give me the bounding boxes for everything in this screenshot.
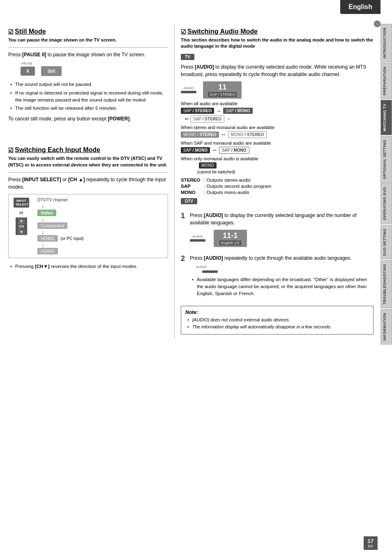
pause-small-label: PAUSE (21, 62, 32, 65)
ch-down: ▼ (18, 229, 25, 235)
step1-content: Press [AUDIO] to display the currently s… (190, 212, 374, 247)
badge-sap-stereo-outline: SAP / STEREO (190, 115, 224, 122)
switching-input-body: Press [INPUT SELECT] or [CH ▲] repeatedl… (8, 176, 168, 191)
arrow-right-1: → (216, 108, 221, 114)
switching-input-subtitle: You can easily switch with the remote co… (8, 155, 168, 168)
tab-watching-tv[interactable]: WATCHING TV (380, 100, 392, 135)
ch-label: CH (17, 224, 26, 229)
tab-information[interactable]: INFORMATION (380, 309, 392, 344)
still-mode-section: ☑Still Mode You can pause the image show… (8, 28, 168, 122)
tab-introduction[interactable]: INTRODUCTION (380, 24, 392, 62)
dtv-badge: DTV (181, 198, 197, 204)
still-mode-title: ☑Still Mode (8, 28, 168, 35)
return-arrow: ↩ (185, 116, 189, 122)
flow-hdmi1: HDMI1 (37, 235, 58, 242)
switching-input-section: ☑Switching Each Input Mode You can easil… (8, 146, 168, 270)
switching-audio-title: ☑Switching Audio Mode (181, 28, 374, 35)
dtv-audio-small-label: AUDIO (192, 235, 203, 238)
flow-channel: DTV/TV channel (37, 198, 67, 202)
step2-content: Press [AUDIO] repeatedly to cycle throug… (190, 254, 374, 298)
flow-mono-only: MONO (181, 162, 374, 169)
badge-sap-mono-outline: SAP / MONO (219, 147, 249, 154)
dtv-audio-display-row: AUDIO 11-1 English 1/3 (190, 230, 374, 247)
switching-input-title: ☑Switching Each Input Mode (8, 146, 168, 154)
badge-mono-stereo-1: MONO / STEREO (181, 132, 219, 138)
spacer (8, 126, 168, 146)
dtv-audio-btn (190, 239, 205, 242)
checkmark-icon-2: ☑ (8, 147, 14, 153)
pause-button-graphic: II (21, 67, 35, 76)
badge-sap-stereo-1: SAP / STEREO (181, 108, 214, 114)
circle-decoration (374, 21, 380, 27)
page-footer: 17 EN (364, 536, 378, 550)
pause-key-label: [PAUSE II] (22, 52, 46, 58)
flow-all-audio: SAP / STEREO → SAP / MONO (181, 108, 374, 114)
note-list: [AUDIO] does not control external audio … (185, 317, 369, 330)
flow-hdmi2: HDMI2 (37, 248, 58, 254)
audio-terms: STEREO : Outputs stereo-audio SAP : Outp… (181, 178, 374, 195)
badge-mono-stereo-outline: MONO / STEREO (228, 131, 267, 138)
tab-troubleshooting[interactable]: TROUBLESHOOTING (380, 260, 392, 308)
note-box: Note: [AUDIO] does not control external … (181, 306, 374, 335)
audio-display-row: AUDIO 11 SAP / STEREO (181, 81, 374, 99)
term-stereo: STEREO : Outputs stereo-audio (181, 178, 374, 182)
badge-sap-mono-dark: SAP / MONO (181, 147, 210, 153)
dtv-bullet-1: Available languages differ depending on … (192, 276, 374, 298)
arrow-lr-2: ↔ (212, 147, 217, 153)
hdmi1-note: (or PC input) (60, 236, 84, 241)
flow-down-arrow-0: ↓ (42, 203, 44, 209)
power-key-label: [POWER] (108, 116, 129, 122)
when-only-mono-text: When only monaural audio is available (181, 156, 374, 161)
note-item-1: [AUDIO] does not control external audio … (187, 317, 369, 323)
checkmark-icon-3: ☑ (181, 28, 186, 35)
cannot-switch-text: (cannot be switched) (197, 170, 374, 174)
still-onscreen-label: Still (48, 69, 55, 74)
tab-dvd-setting[interactable]: DVD SETTING (380, 225, 392, 259)
ch-up: ▲ (18, 217, 25, 224)
tab-operating-dvd[interactable]: OPERATING DVD (380, 183, 392, 224)
tab-bar: INTRODUCTION PREPARATION WATCHING TV OPT… (380, 24, 392, 346)
term-sap: SAP : Outputs second audio program (181, 184, 374, 189)
flow-down-arrow-1: ↓ (42, 216, 44, 222)
dtv-step2-body: Press [AUDIO] repeatedly to cycle throug… (190, 254, 374, 262)
audio-remote-btn (181, 91, 196, 93)
flow-video: Video (37, 210, 56, 216)
return-left-arrow: ← (227, 116, 231, 121)
pause-diagram: PAUSE II Still (8, 62, 168, 76)
en-label: EN (368, 544, 374, 548)
input-bullet-1: Pressing [CH▼] reverses the direction of… (10, 263, 168, 270)
display-sub: SAP / STEREO (208, 92, 237, 97)
dtv-section: 1 Press [AUDIO] to display the currently… (181, 212, 374, 335)
dtv-display-num: 11-1 (219, 231, 241, 240)
input-diagram: INPUTSELECT or ▲ CH ▼ DTV/TV channel ↓ V… (8, 194, 168, 258)
flow-stereo-mono: MONO / STEREO ↔ MONO / STEREO (181, 131, 374, 138)
dtv-bullets: Available languages differ depending on … (190, 276, 374, 298)
tab-optional-setting[interactable]: OPTIONAL SETTING (380, 136, 392, 183)
flow-down-arrow-3: ↓ (42, 242, 44, 248)
input-remote-side: INPUTSELECT or ▲ CH ▼ (14, 198, 29, 235)
dtv-audio-btn-2 (202, 270, 218, 273)
audio-label-small: AUDIO (183, 86, 194, 90)
bullet-1: The sound output will not be paused. (10, 81, 168, 88)
dtv-step1-body: Press [AUDIO] to display the currently s… (190, 212, 374, 226)
badge-mono-only: MONO (199, 162, 217, 169)
arrow-lr-1: ↔ (221, 131, 226, 138)
bullet-3: The still function will be released afte… (10, 105, 168, 112)
checkmark-icon: ☑ (8, 28, 14, 35)
input-flow: DTV/TV channel ↓ Video ↓ Component ↓ HDM… (37, 198, 84, 254)
switching-audio-subtitle: This section describes how to switch the… (181, 37, 374, 50)
bullet-2: If no signal is detected or protected si… (10, 90, 168, 104)
dtv-display-sub: English 1/3 (219, 240, 241, 245)
flow-sap-mono: SAP / MONO ↔ SAP / MONO (181, 147, 374, 154)
input-select-btn: INPUTSELECT (14, 198, 29, 208)
tab-preparation[interactable]: PREPARATION (380, 63, 392, 99)
when-all-text: When all audio are available (181, 101, 374, 106)
left-column: ☑Still Mode You can pause the image show… (0, 24, 175, 339)
flow-down-arrow-2: ↓ (42, 229, 44, 235)
still-mode-bullets: The sound output will not be paused. If … (8, 81, 168, 112)
ch-btn: ▲ CH ▼ (16, 217, 27, 235)
still-mode-subtitle: You can pause the image shown on the TV … (8, 37, 168, 43)
dtv-step2-audio-area: AUDIO (196, 265, 374, 273)
step1-num: 1 (181, 212, 185, 220)
when-sap-mono-text: When SAP and monaural audio are availabl… (181, 141, 374, 145)
